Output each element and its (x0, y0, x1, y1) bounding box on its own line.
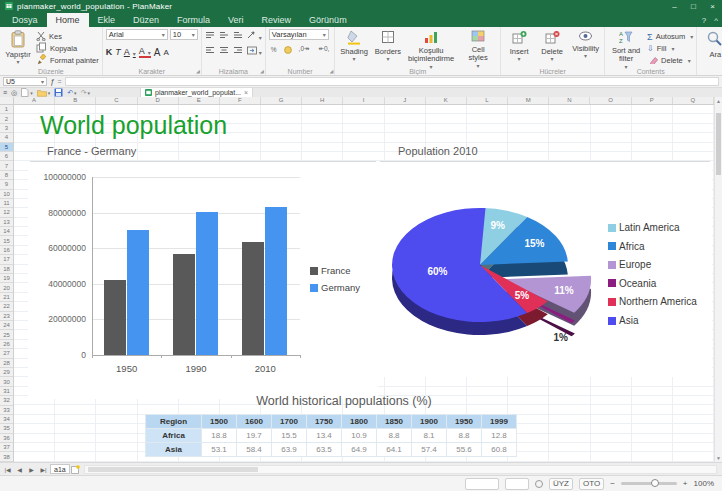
cut-button[interactable]: Kes (36, 31, 99, 42)
italic-button[interactable]: T (115, 47, 121, 57)
row-header[interactable]: 32 (0, 396, 13, 405)
row-header[interactable]: 15 (0, 236, 13, 245)
column-header[interactable]: K (426, 97, 467, 104)
help-icon[interactable]: ? (702, 16, 706, 25)
column-header[interactable]: D (138, 97, 179, 104)
column-header[interactable]: C (96, 97, 137, 104)
column-header[interactable]: G (261, 97, 302, 104)
pie-legend-northern-america[interactable]: Northern America (608, 296, 697, 307)
row-header[interactable]: 1 (0, 105, 13, 114)
zoom-out-button[interactable]: − (610, 479, 615, 488)
row-header[interactable]: 4 (0, 133, 13, 142)
bar-france-2010[interactable] (242, 242, 264, 355)
row-header[interactable]: 16 (0, 246, 13, 255)
status-mode-uyz[interactable]: ÜYZ (549, 478, 573, 490)
currency-format-icon[interactable] (284, 40, 292, 58)
insert-cells-button[interactable]: Insert ▾ (504, 29, 534, 64)
row-header[interactable]: 33 (0, 406, 13, 415)
first-sheet-icon[interactable]: |◀ (2, 466, 13, 473)
zoom-level[interactable]: 100% (694, 479, 714, 488)
dialog-launcher-icon[interactable]: ◢ (196, 68, 200, 74)
column-header[interactable]: E (179, 97, 220, 104)
menu-tab-dzen[interactable]: Düzen (124, 13, 168, 27)
row-header[interactable]: 30 (0, 377, 13, 386)
visibility-button[interactable]: Visibility ▾ (570, 29, 601, 61)
merge-cells-icon[interactable]: ▾ (247, 41, 262, 59)
borders-button[interactable]: Borders ▾ (373, 29, 403, 64)
row-header[interactable]: 5 (0, 143, 13, 152)
minimize-button[interactable]: – (665, 0, 684, 13)
align-right-icon[interactable] (233, 41, 243, 59)
row-header[interactable]: 22 (0, 302, 13, 311)
hamburger-menu-icon[interactable]: ≡ (3, 89, 7, 96)
undo-icon[interactable]: ↶▾ (67, 89, 76, 97)
sort-filter-button[interactable]: AZ Sort and filter ▾ (608, 29, 644, 72)
column-header[interactable]: O (590, 97, 631, 104)
column-header[interactable]: J (385, 97, 426, 104)
zoom-slider-thumb[interactable] (651, 479, 659, 487)
column-header[interactable]: L (467, 97, 508, 104)
column-header[interactable]: A (14, 97, 55, 104)
redo-icon[interactable]: ↷▾ (81, 89, 90, 97)
row-header[interactable]: 8 (0, 171, 13, 180)
dialog-launcher-icon[interactable]: ◢ (260, 68, 264, 74)
row-header[interactable]: 34 (0, 415, 13, 424)
menu-tab-formula[interactable]: Formula (168, 13, 219, 27)
scroll-down-icon[interactable]: ▼ (715, 454, 722, 462)
row-header[interactable]: 28 (0, 359, 13, 368)
row-header[interactable]: 26 (0, 340, 13, 349)
number-format-combo[interactable]: Varsayılan▾ (269, 29, 329, 40)
touch-mode-icon[interactable]: ◎ (11, 89, 17, 97)
bar-legend-germany[interactable]: Germany (310, 282, 360, 293)
row-header[interactable]: 7 (0, 161, 13, 170)
bar-france-1990[interactable] (173, 254, 195, 355)
horizontal-scroll-thumb[interactable] (88, 467, 258, 472)
pie-legend-latin-america[interactable]: Latin America (608, 222, 680, 233)
new-sheet-icon[interactable] (71, 465, 80, 474)
historical-populations-table[interactable]: Region1500160017001750180018501900195019… (145, 414, 517, 457)
formula-equals-icon[interactable]: = (57, 78, 61, 85)
font-name-combo[interactable]: Arial▾ (106, 29, 168, 40)
select-all-corner[interactable] (0, 97, 14, 105)
grow-font-button[interactable]: A (154, 47, 161, 58)
row-header[interactable]: 29 (0, 368, 13, 377)
font-size-combo[interactable]: 10▾ (170, 29, 198, 40)
row-header[interactable]: 35 (0, 424, 13, 433)
paste-button[interactable]: Yapıştır ▾ (3, 29, 33, 67)
zoom-slider[interactable] (621, 482, 677, 485)
document-tab[interactable]: planmaker_world_populat... × (140, 88, 253, 97)
row-header[interactable]: 12 (0, 208, 13, 217)
dialog-launcher-icon[interactable]: ◢ (329, 68, 333, 74)
save-icon[interactable] (54, 88, 63, 97)
insert-function-button[interactable]: ƒ (50, 77, 54, 86)
conditional-formatting-button[interactable]: Koşullu biçimlendirme ▾ (406, 29, 456, 72)
prev-sheet-icon[interactable]: ◀ (14, 466, 25, 473)
shrink-font-button[interactable]: A (164, 48, 169, 57)
delete-contents-button[interactable]: Delete ▾ (647, 55, 693, 66)
column-header[interactable]: B (55, 97, 96, 104)
menu-tab-ekle[interactable]: Ekle (89, 13, 125, 27)
font-color-button[interactable]: A▾ (139, 46, 151, 58)
sheet-cells[interactable]: World population France - Germany Popula… (14, 105, 714, 462)
autosum-button[interactable]: Σ Autosum ▾ (647, 31, 693, 42)
row-header[interactable]: 37 (0, 443, 13, 452)
row-header[interactable]: 20 (0, 283, 13, 292)
column-header[interactable]: I (343, 97, 384, 104)
delete-cells-button[interactable]: Delete ▾ (537, 29, 567, 64)
underline-button[interactable]: A▾ (124, 47, 136, 57)
last-sheet-icon[interactable]: ▶| (38, 466, 49, 473)
align-left-icon[interactable] (205, 41, 215, 59)
row-header[interactable]: 23 (0, 312, 13, 321)
row-header[interactable]: 3 (0, 124, 13, 133)
scroll-up-icon[interactable]: ▲ (715, 97, 722, 105)
cell-styles-button[interactable]: Cell styles ▾ (459, 29, 497, 71)
row-header[interactable]: 24 (0, 321, 13, 330)
bold-button[interactable]: K (106, 47, 113, 57)
row-header[interactable]: 2 (0, 114, 13, 123)
row-header[interactable]: 31 (0, 387, 13, 396)
formula-input[interactable] (65, 77, 719, 86)
next-sheet-icon[interactable]: ▶ (26, 466, 37, 473)
menu-tab-dosya[interactable]: Dosya (3, 13, 47, 27)
row-header[interactable]: 21 (0, 293, 13, 302)
bar-germany-2010[interactable] (265, 207, 287, 355)
